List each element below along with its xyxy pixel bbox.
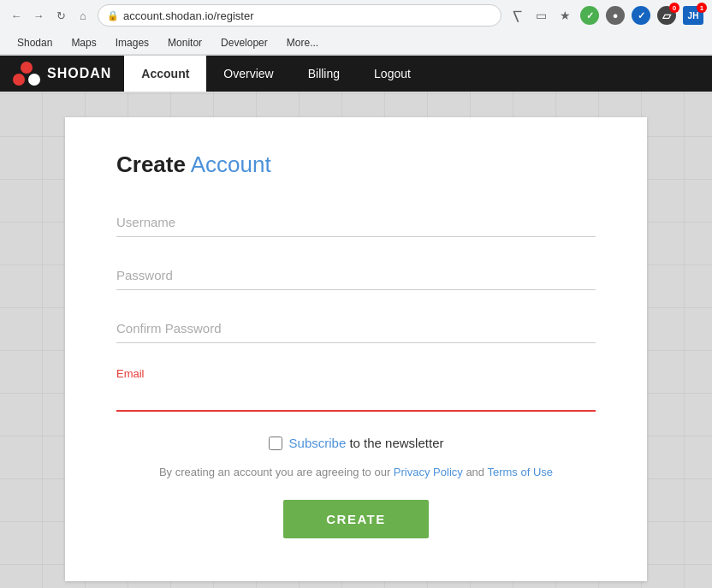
jh-badge: 1 bbox=[697, 3, 707, 13]
back-button[interactable]: ← bbox=[9, 8, 24, 23]
newsletter-label-rest: to the newsletter bbox=[346, 436, 443, 450]
email-label: Email bbox=[116, 367, 596, 380]
terms-text: By creating an account you are agreeing … bbox=[116, 466, 596, 478]
browser-icons: ⎲ ▭ ★ ✓ ● ✓ ▱ 0 JH 1 bbox=[508, 6, 703, 25]
create-button[interactable]: CREATE bbox=[283, 500, 429, 538]
email-group: Email bbox=[116, 367, 596, 412]
newsletter-label[interactable]: Subscribe to the newsletter bbox=[289, 436, 444, 450]
star-icon[interactable]: ★ bbox=[556, 7, 573, 24]
form-title-bold: Create bbox=[116, 151, 186, 177]
extension-chat[interactable]: ▱ 0 bbox=[657, 6, 676, 25]
forward-button[interactable]: → bbox=[31, 8, 46, 23]
cast-icon[interactable]: ▭ bbox=[532, 7, 549, 24]
bookmark-more[interactable]: More... bbox=[278, 34, 327, 51]
terms-prefix: By creating an account you are agreeing … bbox=[159, 466, 394, 478]
registration-card: Create Account Email Subscribe to the ne… bbox=[65, 117, 647, 581]
privacy-policy-link[interactable]: Privacy Policy bbox=[394, 466, 463, 478]
bookmark-developer[interactable]: Developer bbox=[212, 34, 276, 51]
url-text: account.shodan.io/register bbox=[123, 9, 492, 22]
password-input[interactable] bbox=[116, 261, 596, 290]
terms-of-use-link[interactable]: Terms of Use bbox=[487, 466, 553, 478]
password-group bbox=[116, 261, 596, 290]
newsletter-row: Subscribe to the newsletter bbox=[116, 436, 596, 450]
bookmark-shodan[interactable]: Shodan bbox=[9, 34, 61, 51]
username-group bbox=[116, 208, 596, 237]
bookmark-monitor[interactable]: Monitor bbox=[159, 34, 211, 51]
username-input[interactable] bbox=[116, 208, 596, 237]
nav-billing[interactable]: Billing bbox=[291, 56, 357, 92]
shodan-logo-icon bbox=[13, 62, 40, 86]
key-icon[interactable]: ⎲ bbox=[508, 7, 525, 24]
nav-overview[interactable]: Overview bbox=[206, 56, 290, 92]
shodan-navigation: SHODAN Account Overview Billing Logout bbox=[0, 56, 712, 92]
email-input[interactable] bbox=[116, 382, 596, 412]
lock-icon: 🔒 bbox=[107, 10, 119, 21]
address-bar[interactable]: 🔒 account.shodan.io/register bbox=[98, 4, 501, 27]
nav-account[interactable]: Account bbox=[124, 56, 206, 92]
extension-blue[interactable]: ✓ bbox=[632, 6, 650, 25]
bookmark-images[interactable]: Images bbox=[107, 34, 157, 51]
form-title-normal: Account bbox=[186, 151, 271, 177]
extension-gray[interactable]: ● bbox=[606, 6, 625, 25]
extension-jh[interactable]: JH 1 bbox=[683, 6, 703, 25]
confirm-password-input[interactable] bbox=[116, 314, 596, 343]
chat-badge: 0 bbox=[669, 3, 679, 13]
bookmark-maps[interactable]: Maps bbox=[62, 34, 104, 51]
nav-logout[interactable]: Logout bbox=[357, 56, 428, 92]
shodan-logo-text: SHODAN bbox=[47, 66, 111, 81]
newsletter-label-subscribe: Subscribe bbox=[289, 436, 347, 450]
browser-chrome: ← → ↻ ⌂ 🔒 account.shodan.io/register ⎲ ▭… bbox=[0, 0, 712, 56]
browser-toolbar: ← → ↻ ⌂ 🔒 account.shodan.io/register ⎲ ▭… bbox=[0, 0, 712, 31]
bookmarks-bar: Shodan Maps Images Monitor Developer Mor… bbox=[0, 31, 712, 55]
refresh-button[interactable]: ↻ bbox=[53, 8, 68, 23]
form-title: Create Account bbox=[116, 151, 596, 178]
shodan-logo[interactable]: SHODAN bbox=[0, 56, 124, 92]
confirm-password-group bbox=[116, 314, 596, 343]
extension-green[interactable]: ✓ bbox=[580, 6, 599, 25]
terms-and: and bbox=[463, 466, 488, 478]
newsletter-checkbox[interactable] bbox=[269, 437, 282, 450]
home-button[interactable]: ⌂ bbox=[75, 8, 91, 23]
page-background: Create Account Email Subscribe to the ne… bbox=[0, 92, 712, 588]
